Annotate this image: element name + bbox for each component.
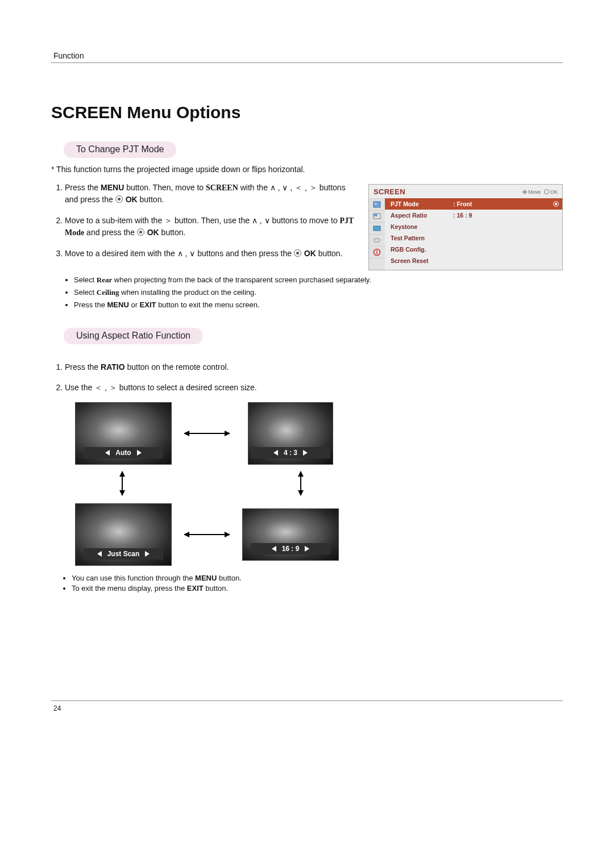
left-arrow-icon (105, 450, 110, 456)
osd-hint-move: Move (522, 189, 541, 195)
svg-rect-7 (376, 252, 377, 254)
right-arrow-icon (305, 546, 309, 552)
running-head: Function (51, 51, 563, 60)
pjt-step-1: Press the MENU button. Then, move to SCR… (65, 182, 355, 206)
thumb-auto: Auto (75, 402, 172, 465)
osd-row-rgb-config: RGB Config. (385, 244, 562, 255)
thumb-just-scan: Just Scan (75, 503, 172, 566)
bullet-ceiling: Select Ceiling when installing the produ… (74, 287, 563, 298)
osd-screen-menu: SCREEN Move OK PJT Mode: Front (368, 184, 563, 270)
subsection-aspect-ratio-heading: Using Aspect Ratio Function (64, 328, 203, 344)
subsection-pjt-mode-heading: To Change PJT Mode (64, 141, 176, 158)
svg-rect-8 (376, 250, 377, 251)
right-arrow-icon (137, 450, 142, 456)
header-rule (51, 62, 563, 63)
footer-rule (51, 700, 563, 701)
ok-dot-icon (115, 195, 123, 203)
ok-dot-icon (294, 249, 301, 257)
svg-rect-4 (374, 226, 380, 231)
thumb-label-auto: Auto (84, 447, 163, 458)
page-title: SCREEN Menu Options (51, 103, 563, 122)
osd-row-pjt-mode: PJT Mode: Front (385, 198, 562, 210)
ok-circle-icon (544, 189, 549, 194)
osd-item-list: PJT Mode: Front Aspect Ratio: 16 : 9 Key… (385, 198, 562, 270)
svg-rect-5 (374, 239, 380, 242)
svg-rect-3 (374, 214, 377, 216)
osd-tab-picture-icon (369, 198, 385, 210)
ok-dot-icon (137, 228, 144, 236)
svg-point-1 (375, 203, 377, 205)
aspect-ratio-diagram-row2: Just Scan 16 : 9 (75, 503, 348, 566)
osd-row-test-pattern: Test Pattern (385, 232, 562, 244)
osd-title: SCREEN (374, 187, 519, 196)
nav-cross-icon (522, 190, 527, 194)
pjt-mode-steps: Press the MENU button. Then, move to SCR… (51, 182, 355, 259)
pjt-mode-note: * This function turns the projected imag… (51, 165, 563, 174)
osd-tab-screen-icon (369, 210, 385, 222)
thumb-16-9: 16 : 9 (242, 508, 339, 561)
bullet-exit: Press the MENU or EXIT button to exit th… (74, 300, 563, 310)
double-arrow-v-icon (122, 471, 123, 495)
bullet-exit-menu: To exit the menu display, press the EXIT… (72, 584, 563, 592)
pjt-step-3: Move to a desired item with the ∧ , ∨ bu… (65, 248, 355, 259)
svg-rect-0 (374, 202, 380, 207)
right-arrow-icon (303, 450, 308, 456)
osd-hint-ok: OK (544, 189, 558, 195)
double-arrow-h-icon (184, 534, 230, 535)
aspect-ratio-diagram: Auto 4 : 3 (75, 402, 348, 465)
osd-tab-blank (369, 258, 385, 270)
left-arrow-icon (272, 546, 276, 552)
pjt-mode-bullets: Select Rear when projecting from the bac… (51, 275, 563, 311)
osd-tab-info-icon (369, 246, 385, 258)
double-arrow-v-icon (300, 471, 301, 495)
aspect-step-1: Press the RATIO button on the remote con… (65, 361, 563, 373)
bullet-rear: Select Rear when projecting from the bac… (74, 275, 563, 285)
left-arrow-icon (273, 450, 278, 456)
aspect-ratio-steps: Press the RATIO button on the remote con… (51, 361, 563, 394)
aspect-step-2: Use the ＜ , ＞ buttons to select a desire… (65, 382, 563, 393)
osd-row-aspect-ratio: Aspect Ratio: 16 : 9 (385, 210, 562, 221)
osd-row-keystone: Keystone (385, 221, 562, 232)
page-number: 24 (51, 704, 563, 712)
bullet-menu-access: You can use this function through the ME… (72, 574, 563, 582)
osd-row-screen-reset: Screen Reset (385, 255, 562, 266)
thumb-4-3: 4 : 3 (248, 402, 333, 465)
osd-tab-option-icon (369, 222, 385, 234)
vertical-arrows-row (75, 471, 348, 495)
thumb-label-4-3: 4 : 3 (251, 447, 330, 458)
osd-tab-time-icon (369, 234, 385, 246)
double-arrow-h-icon (184, 433, 230, 434)
thumb-label-just-scan: Just Scan (84, 548, 163, 560)
aspect-ratio-bullets: You can use this function through the ME… (51, 574, 563, 592)
manual-page: Function SCREEN Menu Options To Change P… (0, 0, 614, 735)
osd-category-tabs (369, 198, 385, 270)
right-arrow-icon (145, 551, 150, 557)
pjt-step-2: Move to a sub-item with the ＞ button. Th… (65, 215, 355, 239)
thumb-label-16-9: 16 : 9 (251, 543, 330, 554)
left-arrow-icon (97, 551, 102, 557)
